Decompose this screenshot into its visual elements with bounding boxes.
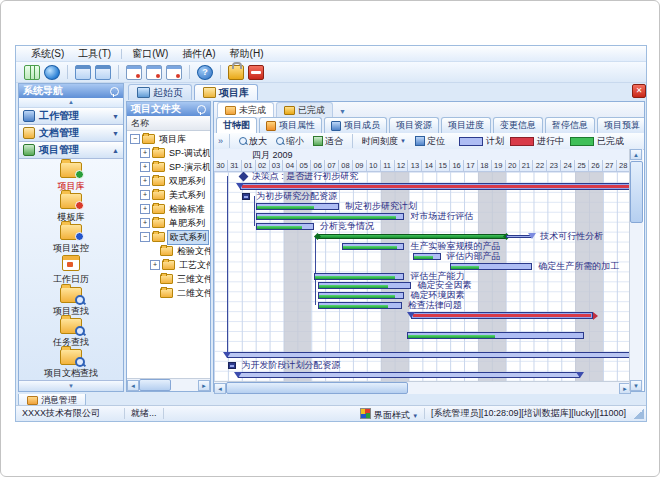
- window-icon[interactable]: [95, 65, 111, 80]
- tree-node-单肥系列[interactable]: +单肥系列: [127, 216, 210, 230]
- sidebar-item-项目查找[interactable]: 项目查找: [19, 287, 123, 318]
- menu-item[interactable]: 窗口(W): [125, 46, 175, 62]
- fit-button[interactable]: 适合: [310, 134, 346, 149]
- sidebar-section-项目管理[interactable]: 项目管理▲: [19, 142, 123, 159]
- allocation-bar[interactable]: [228, 362, 236, 369]
- ui-style-dropdown[interactable]: 界面样式 ▼: [354, 408, 425, 419]
- expander-plus-icon[interactable]: +: [140, 218, 150, 228]
- phase-bar[interactable]: [227, 352, 632, 358]
- resize-grip[interactable]: [634, 409, 644, 419]
- task-bar[interactable]: [256, 203, 339, 210]
- tab-起始页[interactable]: 起始页: [128, 84, 192, 100]
- view-tab-项目资源[interactable]: 项目资源: [389, 117, 439, 133]
- tree-node-三维文件[interactable]: 三维文件: [127, 272, 210, 286]
- calendar-icon[interactable]: [146, 65, 162, 80]
- scroll-thumb[interactable]: [139, 379, 171, 391]
- gantt-chart-body[interactable]: 决策点 : 是否进行初步研究为初步研究分配资源制定初步研究计划对市场进行评估分析…: [214, 172, 631, 381]
- scroll-left-arrow[interactable]: ◄: [127, 380, 139, 391]
- tree-node-美式系列[interactable]: +美式系列: [127, 188, 210, 202]
- locate-button[interactable]: 定位: [412, 134, 448, 149]
- sidebar-item-任务查找[interactable]: 任务查找: [19, 318, 123, 349]
- task-bar[interactable]: [314, 273, 404, 280]
- tree-node-SP-演示机系[interactable]: +SP-演示机系: [127, 160, 210, 174]
- calendar-icon[interactable]: [166, 65, 182, 80]
- zoom-in-button[interactable]: 放大: [236, 134, 270, 149]
- scroll-up-arrow[interactable]: ▲: [630, 149, 642, 160]
- tab-overflow-chevron[interactable]: ▼: [335, 108, 350, 117]
- expander-plus-icon[interactable]: +: [150, 260, 160, 270]
- calendar-icon[interactable]: [126, 65, 142, 80]
- tree-node-项目库[interactable]: −项目库: [127, 132, 210, 146]
- tree-node-检验文件[interactable]: 检验文件: [127, 244, 210, 258]
- gantt-horizontal-scrollbar[interactable]: ◄ ►: [214, 381, 631, 394]
- tree-node-欧式系列[interactable]: −欧式系列: [127, 230, 210, 244]
- view-tab-暂停信息[interactable]: 暂停信息: [545, 117, 595, 133]
- modules-icon[interactable]: [24, 65, 40, 80]
- task-bar[interactable]: [256, 213, 405, 220]
- view-tab-项目预算[interactable]: 项目预算: [597, 117, 644, 133]
- summary-bar-active[interactable]: [411, 312, 593, 319]
- sidebar-section-文档管理[interactable]: 文档管理▼: [19, 125, 123, 142]
- summary-bar-active[interactable]: [240, 183, 631, 190]
- tree-panel-header[interactable]: 项目文件夹: [127, 102, 210, 116]
- menu-item[interactable]: 插件(A): [175, 46, 222, 62]
- pin-icon[interactable]: [110, 87, 119, 96]
- help-icon[interactable]: ?: [197, 65, 213, 80]
- sidebar-bottom-strip[interactable]: ▼: [19, 380, 123, 391]
- lock-icon[interactable]: [228, 65, 244, 80]
- view-tab-项目进度[interactable]: 项目进度: [441, 117, 491, 133]
- task-bar[interactable]: [342, 243, 405, 250]
- view-tab-项目成员[interactable]: 项目成员: [324, 117, 387, 133]
- tree-node-二维文件[interactable]: 二维文件: [127, 286, 210, 300]
- summary-bar-done[interactable]: [317, 234, 506, 239]
- task-bar[interactable]: [318, 282, 411, 289]
- view-tab-甘特图[interactable]: 甘特图: [216, 117, 257, 133]
- menu-item[interactable]: 系统(S): [24, 46, 71, 62]
- tree-node-检验标准[interactable]: +检验标准: [127, 202, 210, 216]
- tree-node-工艺文件[interactable]: +工艺文件: [127, 258, 210, 272]
- time-scale-dropdown[interactable]: 时间刻度▼: [359, 134, 409, 149]
- toolbar-more-chevron[interactable]: »: [218, 136, 223, 146]
- zoom-out-button[interactable]: 缩小: [273, 134, 307, 149]
- sidebar-section-工作管理[interactable]: 工作管理▼: [19, 108, 123, 125]
- task-bar[interactable]: [256, 223, 314, 230]
- scroll-thumb[interactable]: [630, 161, 643, 223]
- expander-plus-icon[interactable]: +: [140, 162, 150, 172]
- tree-node-双肥系列[interactable]: +双肥系列: [127, 174, 210, 188]
- task-bar[interactable]: [318, 302, 401, 309]
- close-tab-button[interactable]: ✕: [632, 84, 646, 98]
- sidebar-collapse-strip[interactable]: ▲: [19, 98, 123, 108]
- pin-icon[interactable]: [197, 105, 206, 114]
- window-icon[interactable]: [75, 65, 91, 80]
- status-tab-已完成[interactable]: 已完成: [276, 102, 333, 117]
- allocation-bar[interactable]: [242, 193, 250, 200]
- sidebar-item-项目文档查找[interactable]: 项目文档查找: [19, 349, 123, 380]
- gantt-vertical-scrollbar[interactable]: ▲ ▼: [629, 149, 643, 391]
- expander-plus-icon[interactable]: +: [140, 176, 150, 186]
- status-tab-未完成[interactable]: 未完成: [217, 102, 274, 117]
- tree-node-SP-调试机系[interactable]: +SP-调试机系: [127, 146, 210, 160]
- sidebar-header[interactable]: 系统导航: [19, 84, 123, 98]
- task-bar[interactable]: [407, 332, 584, 339]
- task-bar[interactable]: [450, 263, 532, 270]
- milestone-diamond[interactable]: [238, 172, 248, 181]
- tab-项目库[interactable]: 项目库: [194, 84, 258, 100]
- scroll-right-arrow[interactable]: ►: [198, 380, 210, 391]
- scroll-down-arrow[interactable]: ▼: [630, 380, 642, 391]
- view-tab-变更信息[interactable]: 变更信息: [493, 117, 543, 133]
- phase-bar[interactable]: [238, 372, 580, 378]
- expander-minus-icon[interactable]: −: [140, 232, 150, 242]
- sidebar-item-项目监控[interactable]: 项目监控: [19, 224, 123, 255]
- menu-item[interactable]: 工具(T): [71, 46, 118, 62]
- menu-item[interactable]: 帮助(H): [223, 46, 271, 62]
- expander-plus-icon[interactable]: +: [140, 190, 150, 200]
- expander-plus-icon[interactable]: +: [140, 148, 150, 158]
- globe-icon[interactable]: [44, 65, 60, 80]
- task-bar[interactable]: [413, 253, 441, 260]
- scroll-left-arrow[interactable]: ◄: [214, 383, 226, 394]
- sidebar-item-工作日历[interactable]: 工作日历: [19, 255, 123, 286]
- block-icon[interactable]: [248, 65, 264, 80]
- expander-minus-icon[interactable]: −: [130, 134, 140, 144]
- scroll-thumb[interactable]: [226, 382, 408, 394]
- view-tab-项目属性[interactable]: 项目属性: [259, 117, 322, 133]
